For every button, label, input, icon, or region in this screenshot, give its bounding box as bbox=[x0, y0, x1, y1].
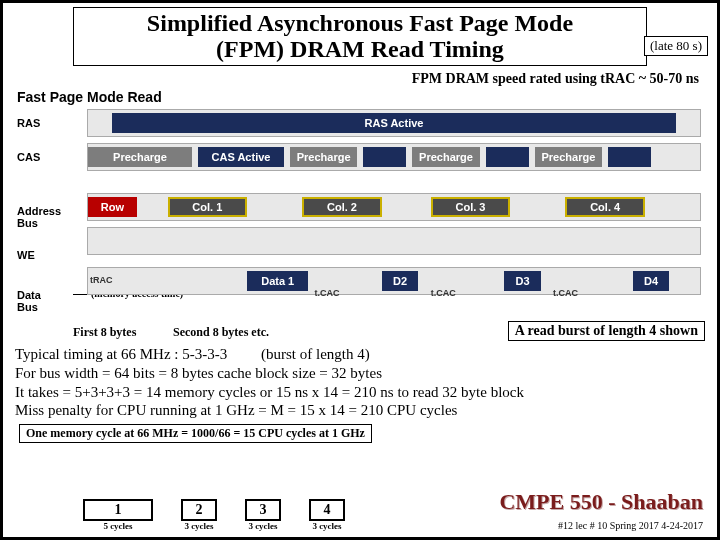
cycle-3: 3 3 cycles bbox=[245, 499, 281, 531]
col2-seg: Col. 2 bbox=[302, 197, 382, 217]
data4-seg: D4 bbox=[633, 271, 670, 291]
label-data: Data Bus bbox=[17, 289, 41, 313]
cas-active-seg: CAS Active bbox=[198, 147, 284, 167]
speed-note: FPM DRAM speed rated using tRAC ~ 50-70 … bbox=[3, 71, 699, 87]
cas-seg-4 bbox=[608, 147, 651, 167]
slide-frame: Simplified Asynchronous Fast Page Mode (… bbox=[0, 0, 720, 540]
cas-track: Precharge CAS Active Precharge Precharge… bbox=[87, 143, 701, 171]
timing-diagram: Fast Page Mode Read RAS CAS Address Bus … bbox=[11, 89, 709, 329]
data2-seg: D2 bbox=[382, 271, 419, 291]
ras-track: RAS Active bbox=[87, 109, 701, 137]
data1-seg: Data 1 bbox=[247, 271, 308, 291]
cycle-box-1: 1 bbox=[83, 499, 153, 521]
col1-seg: Col. 1 bbox=[168, 197, 248, 217]
precharge-seg-4: Precharge bbox=[535, 147, 602, 167]
label-addr: Address Bus bbox=[17, 205, 61, 229]
col4-seg: Col. 4 bbox=[565, 197, 645, 217]
body-l1b: (burst of length 4) bbox=[261, 346, 370, 362]
body-l3: It takes = 5+3+3+3 = 14 memory cycles or… bbox=[15, 383, 705, 402]
course-label: CMPE 550 - Shaaban bbox=[499, 489, 703, 515]
body-l2: For bus width = 64 bits = 8 bytes cache … bbox=[15, 364, 705, 383]
cycle-row: 1 5 cycles 2 3 cycles 3 3 cycles 4 3 cyc… bbox=[83, 499, 345, 531]
addr-track: Row Col. 1 Col. 2 Col. 3 Col. 4 bbox=[87, 193, 701, 221]
cycle-sub-4: 3 cycles bbox=[309, 521, 345, 531]
tcac-label-1: t.CAC bbox=[314, 288, 339, 298]
ras-active-seg: RAS Active bbox=[112, 113, 675, 133]
precharge-seg-2: Precharge bbox=[290, 147, 357, 167]
body-l1a: Typical timing at 66 MHz : 5-3-3-3 bbox=[15, 346, 227, 362]
title-line2: (FPM) DRAM Read Timing bbox=[78, 36, 642, 62]
body-text: Typical timing at 66 MHz : 5-3-3-3 (burs… bbox=[15, 345, 705, 445]
tcac-label-2: t.CAC bbox=[431, 288, 456, 298]
cycle-box-2: 2 bbox=[181, 499, 217, 521]
row-seg: Row bbox=[88, 197, 137, 217]
tcac-label-3: t.CAC bbox=[553, 288, 578, 298]
precharge-seg-3: Precharge bbox=[412, 147, 479, 167]
trac-label: tRAC bbox=[90, 275, 113, 285]
one-mem-box: One memory cycle at 66 MHz = 1000/66 = 1… bbox=[19, 424, 372, 443]
footer-slide: #12 lec # 10 Spring 2017 4-24-2017 bbox=[558, 520, 703, 531]
cycle-sub-2: 3 cycles bbox=[181, 521, 217, 531]
label-ras: RAS bbox=[17, 117, 40, 129]
diagram-heading: Fast Page Mode Read bbox=[17, 89, 162, 105]
cycle-box-4: 4 bbox=[309, 499, 345, 521]
body-l4: Miss penalty for CPU running at 1 GHz = … bbox=[15, 401, 705, 420]
cas-seg-3 bbox=[486, 147, 529, 167]
cycle-1: 1 5 cycles bbox=[83, 499, 153, 531]
second8-label: Second 8 bytes etc. bbox=[173, 325, 269, 340]
data-track: tRAC Data 1 t.CAC D2 t.CAC D3 t.CAC D4 bbox=[87, 267, 701, 295]
col3-seg: Col. 3 bbox=[431, 197, 511, 217]
cycle-sub-3: 3 cycles bbox=[245, 521, 281, 531]
cycle-sub-1: 5 cycles bbox=[83, 521, 153, 531]
we-track bbox=[87, 227, 701, 255]
data3-seg: D3 bbox=[504, 271, 541, 291]
burst-box: A read burst of length 4 shown bbox=[508, 321, 705, 341]
cycle-4: 4 3 cycles bbox=[309, 499, 345, 531]
title-line1: Simplified Asynchronous Fast Page Mode bbox=[78, 10, 642, 36]
cycle-box-3: 3 bbox=[245, 499, 281, 521]
late-note: (late 80 s) bbox=[644, 36, 708, 56]
body-l1: Typical timing at 66 MHz : 5-3-3-3 (burs… bbox=[15, 345, 705, 364]
tracks: RAS Active Precharge CAS Active Precharg… bbox=[87, 109, 701, 329]
cycle-2: 2 3 cycles bbox=[181, 499, 217, 531]
first8-label: First 8 bytes bbox=[73, 325, 136, 340]
title-box: Simplified Asynchronous Fast Page Mode (… bbox=[73, 7, 647, 66]
precharge-seg: Precharge bbox=[88, 147, 192, 167]
label-cas: CAS bbox=[17, 151, 40, 163]
label-we: WE bbox=[17, 249, 35, 261]
cas-seg-2 bbox=[363, 147, 406, 167]
